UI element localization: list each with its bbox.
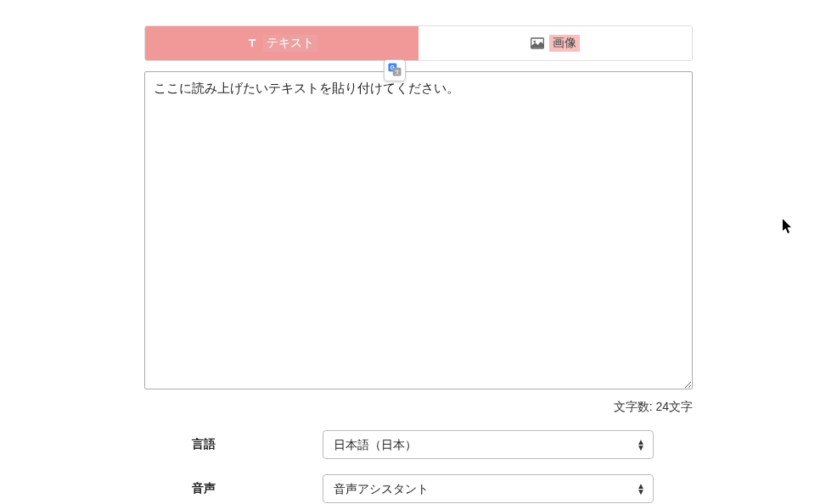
voice-row: 音声 音声アシスタント ▲▼	[144, 474, 693, 503]
voice-select[interactable]: 音声アシスタント	[323, 474, 654, 503]
language-select-wrap: 日本語（日本） ▲▼	[323, 430, 654, 459]
tab-image-label: 画像	[549, 35, 580, 52]
language-label: 言語	[144, 437, 323, 452]
translate-icon: G 文	[387, 62, 402, 79]
tab-text[interactable]: テキスト	[145, 26, 418, 60]
char-count-prefix: 文字数:	[614, 400, 656, 413]
char-count-value: 24	[655, 400, 669, 413]
voice-select-wrap: 音声アシスタント ▲▼	[323, 474, 654, 503]
svg-point-1	[533, 41, 536, 43]
translate-widget[interactable]: G 文	[384, 59, 406, 81]
image-icon	[531, 37, 544, 49]
character-count: 文字数: 24文字	[144, 400, 693, 415]
font-icon	[246, 37, 258, 49]
voice-label: 音声	[144, 481, 323, 496]
language-select[interactable]: 日本語（日本）	[323, 430, 654, 459]
tab-image[interactable]: 画像	[418, 26, 692, 60]
language-row: 言語 日本語（日本） ▲▼	[144, 430, 693, 459]
textarea-container: G 文	[144, 71, 693, 393]
char-count-suffix: 文字	[669, 400, 693, 413]
text-input-area[interactable]	[144, 71, 693, 389]
svg-text:文: 文	[395, 69, 400, 75]
tab-bar: テキスト 画像	[144, 25, 693, 61]
tab-text-label: テキスト	[263, 35, 317, 52]
